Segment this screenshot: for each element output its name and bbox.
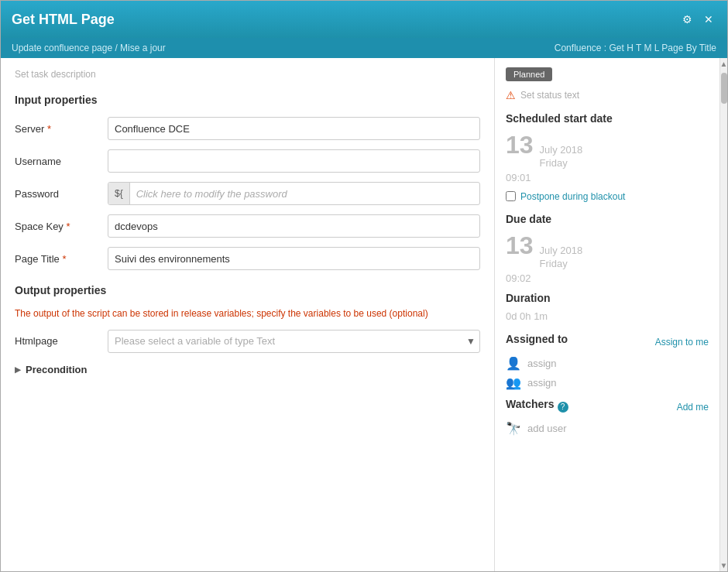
password-placeholder-text[interactable]: Click here to modify the password xyxy=(130,188,294,200)
htmlpage-select[interactable]: Please select a variable of type Text xyxy=(108,330,480,353)
precondition-toggle[interactable]: ▶ Precondition xyxy=(15,364,480,375)
task-description-placeholder[interactable]: Set task description xyxy=(15,69,480,80)
username-label: Username xyxy=(15,156,108,167)
htmlpage-label: Htmlpage xyxy=(15,335,108,347)
status-placeholder-text[interactable]: Set status text xyxy=(520,90,579,101)
left-panel: Set task description Input properties Se… xyxy=(1,58,495,571)
start-date-display: 13 July 2018 Friday xyxy=(506,131,709,170)
postpone-checkbox[interactable] xyxy=(506,191,516,201)
gear-icon[interactable]: ⚙ xyxy=(679,12,695,27)
output-properties-section: Output properties The output of the scri… xyxy=(15,284,480,353)
window-scrollbar: ▲ ▼ xyxy=(719,58,727,571)
due-date-month-year: July 2018 Friday xyxy=(540,245,583,271)
page-ref: Confluence : Get H T M L Page By Title xyxy=(555,43,716,53)
space-key-input[interactable] xyxy=(108,214,480,238)
password-field-wrapper: ${ Click here to modify the password xyxy=(108,182,480,205)
output-properties-title: Output properties xyxy=(15,284,480,296)
space-key-required: * xyxy=(67,221,70,232)
start-date-day: 13 xyxy=(506,131,534,159)
password-label: Password xyxy=(15,188,108,200)
output-description: The output of the script can be stored i… xyxy=(15,307,480,320)
username-input[interactable] xyxy=(108,149,480,173)
input-properties-title: Input properties xyxy=(15,94,480,106)
due-date-title: Due date xyxy=(506,213,709,225)
status-warning-icon: ⚠ xyxy=(506,89,516,101)
duration-title: Duration xyxy=(506,292,709,304)
username-row: Username xyxy=(15,149,480,173)
binoculars-icon: 🔭 xyxy=(506,421,521,436)
precondition-section: ▶ Precondition xyxy=(15,364,480,375)
start-date-month-year: July 2018 Friday xyxy=(540,144,583,170)
watcher-row: 🔭 add user xyxy=(506,421,709,436)
close-icon[interactable]: ✕ xyxy=(701,12,716,27)
assign-label-2[interactable]: assign xyxy=(527,377,557,389)
duration-value: 0d 0h 1m xyxy=(506,310,709,322)
breadcrumb: Update confluence page / Mise a jour xyxy=(12,43,166,53)
watchers-help-icon[interactable]: ? xyxy=(558,402,568,413)
add-me-link[interactable]: Add me xyxy=(677,402,709,413)
assign-row-2: 👥 assign xyxy=(506,375,709,390)
assign-row-1: 👤 assign xyxy=(506,356,709,371)
user-group-icon: 👥 xyxy=(506,375,521,390)
main-window: Get HTML Page ⚙ ✕ Update confluence page… xyxy=(0,0,728,572)
server-input[interactable] xyxy=(108,117,480,140)
page-title-required: * xyxy=(62,253,66,265)
page-title-input[interactable] xyxy=(108,247,480,270)
start-date-time: 09:01 xyxy=(506,172,709,183)
watchers-header: Watchers ? Add me xyxy=(506,398,709,416)
scroll-up-arrow[interactable]: ▲ xyxy=(719,58,727,70)
htmlpage-select-wrap: Please select a variable of type Text ▼ xyxy=(108,330,480,353)
server-required: * xyxy=(47,123,51,135)
precondition-title-text: Precondition xyxy=(26,364,87,375)
due-date-time: 09:02 xyxy=(506,272,709,284)
scheduled-start-title: Scheduled start date xyxy=(506,112,709,125)
due-date-display: 13 July 2018 Friday xyxy=(506,231,709,271)
right-panel: Planned ⚠ Set status text Scheduled star… xyxy=(495,58,719,571)
user-icon-1: 👤 xyxy=(506,356,521,371)
scrollbar-thumb[interactable] xyxy=(721,73,727,104)
due-date-day: 13 xyxy=(506,231,534,260)
assigned-header: Assigned to Assign to me xyxy=(506,333,709,351)
password-variable-button[interactable]: ${ xyxy=(108,183,130,204)
server-label: Server * xyxy=(15,123,108,135)
add-user-label[interactable]: add user xyxy=(527,423,567,434)
assigned-to-title: Assigned to xyxy=(506,333,568,345)
assign-label-1[interactable]: assign xyxy=(527,358,557,369)
window-title: Get HTML Page xyxy=(12,12,115,28)
space-key-label: Space Key * xyxy=(15,221,108,232)
planned-badge: Planned xyxy=(506,67,552,81)
main-content: Set task description Input properties Se… xyxy=(1,58,727,571)
space-key-row: Space Key * xyxy=(15,214,480,238)
assign-to-me-link[interactable]: Assign to me xyxy=(655,337,709,348)
postpone-row: Postpone during blackout xyxy=(506,191,709,202)
postpone-label: Postpone during blackout xyxy=(520,191,625,202)
status-row: ⚠ Set status text xyxy=(506,89,709,101)
password-row: Password ${ Click here to modify the pas… xyxy=(15,182,480,205)
precondition-arrow-icon: ▶ xyxy=(15,365,21,374)
title-bar-icons: ⚙ ✕ xyxy=(679,12,716,27)
watchers-title-wrap: Watchers ? xyxy=(506,398,568,416)
page-title-row: Page Title * xyxy=(15,247,480,270)
page-title-label: Page Title * xyxy=(15,253,108,265)
watchers-section: Watchers ? Add me 🔭 add user xyxy=(506,398,709,436)
scroll-down-arrow[interactable]: ▼ xyxy=(719,560,727,571)
assigned-to-section: Assigned to Assign to me 👤 assign 👥 assi… xyxy=(506,333,709,390)
htmlpage-row: Htmlpage Please select a variable of typ… xyxy=(15,330,480,353)
subtitle-bar: Update confluence page / Mise a jour Con… xyxy=(1,38,727,58)
title-bar: Get HTML Page ⚙ ✕ xyxy=(1,1,727,38)
watchers-title: Watchers xyxy=(506,398,555,410)
server-row: Server * xyxy=(15,117,480,140)
